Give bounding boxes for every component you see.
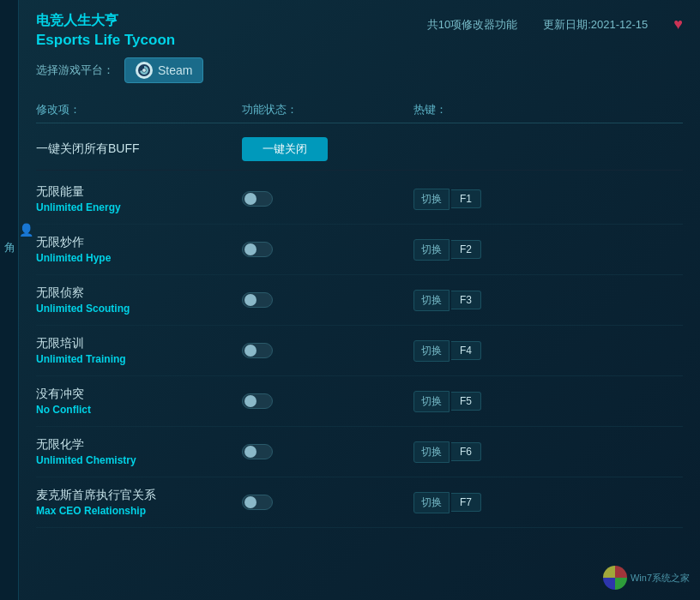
total-features: 共10项修改器功能 bbox=[427, 17, 517, 33]
toggle-wrapper bbox=[242, 242, 413, 257]
mod-name-block: 无限侦察 Unlimited Scouting bbox=[36, 285, 242, 315]
sidebar-icon: 👤 bbox=[20, 223, 33, 239]
hotkey-wrapper: 切换 F7 bbox=[413, 492, 683, 513]
toggle-switch[interactable] bbox=[242, 191, 273, 207]
toggle-wrapper bbox=[242, 191, 413, 207]
mod-row: 无限培训 Unlimited Training 切换 F4 bbox=[36, 326, 683, 376]
win7-logo: Win7系统之家 bbox=[603, 566, 690, 590]
mod-name-cn: 无限侦察 bbox=[36, 285, 242, 301]
hotkey-key[interactable]: F4 bbox=[451, 341, 481, 360]
hotkey-key[interactable]: F2 bbox=[451, 240, 481, 259]
main-container: 👤 角 色 电竞人生大亨 Esports Life Tycoon 共10项修改器… bbox=[0, 0, 700, 600]
hotkey-key[interactable]: F1 bbox=[451, 189, 481, 208]
col-header-3: 热键： bbox=[413, 102, 683, 117]
mod-name-cn: 麦克斯首席执行官关系 bbox=[36, 488, 242, 503]
mod-name-cn: 无限炒作 bbox=[36, 235, 242, 250]
hotkey-wrapper: 切换 F5 bbox=[413, 391, 683, 412]
hotkey-wrapper: 切换 F4 bbox=[413, 340, 683, 362]
toggle-knob bbox=[244, 395, 256, 407]
mod-name-en: Unlimited Hype bbox=[36, 252, 242, 264]
mod-name-block: 无限化学 Unlimited Chemistry bbox=[36, 437, 242, 466]
hotkey-wrapper: 切换 F6 bbox=[413, 441, 683, 463]
col-header-2: 功能状态： bbox=[242, 102, 413, 117]
mod-row: 没有冲突 No Conflict 切换 F5 bbox=[36, 376, 683, 427]
toggle-knob bbox=[244, 193, 256, 205]
hotkey-key[interactable]: F5 bbox=[451, 392, 481, 411]
hotkey-label: 切换 bbox=[413, 391, 450, 412]
hotkey-label: 切换 bbox=[413, 441, 450, 463]
hotkey-label: 切换 bbox=[413, 239, 450, 261]
sidebar-label: 👤 角 色 bbox=[0, 223, 33, 243]
toggle-wrapper bbox=[242, 444, 413, 459]
svg-point-1 bbox=[142, 69, 146, 72]
hotkey-wrapper: 切换 F2 bbox=[413, 239, 683, 261]
steam-label: Steam bbox=[158, 63, 192, 77]
toggle-knob bbox=[244, 294, 256, 306]
hotkey-label: 切换 bbox=[413, 340, 450, 362]
all-off-button[interactable]: 一键关闭 bbox=[242, 137, 328, 161]
mod-name-en: Max CEO Relationship bbox=[36, 505, 242, 517]
platform-label: 选择游戏平台： bbox=[36, 63, 114, 78]
toggle-knob bbox=[244, 496, 256, 508]
col-header-1: 修改项： bbox=[36, 102, 242, 117]
mod-name-block: 无限能量 Unlimited Energy bbox=[36, 184, 242, 213]
hotkey-key[interactable]: F6 bbox=[451, 442, 481, 461]
all-off-btn-wrapper: 一键关闭 bbox=[242, 137, 413, 161]
mod-row: 无限能量 Unlimited Energy 切换 F1 bbox=[36, 174, 683, 225]
hotkey-key[interactable]: F7 bbox=[451, 493, 481, 512]
title-cn: 电竞人生大亨 bbox=[36, 12, 175, 30]
mod-name-block: 无限培训 Unlimited Training bbox=[36, 336, 242, 365]
toggle-wrapper bbox=[242, 292, 413, 308]
mod-name-block: 没有冲突 No Conflict bbox=[36, 387, 242, 416]
toggle-knob bbox=[244, 446, 256, 458]
toggle-switch[interactable] bbox=[242, 343, 273, 358]
title-en: Esports Life Tycoon bbox=[36, 32, 175, 49]
toggle-switch[interactable] bbox=[242, 444, 273, 459]
header-meta: 共10项修改器功能 更新日期:2021-12-15 ♥ bbox=[427, 15, 683, 33]
content-area: 电竞人生大亨 Esports Life Tycoon 共10项修改器功能 更新日… bbox=[19, 0, 700, 600]
mod-name-block: 麦克斯首席执行官关系 Max CEO Relationship bbox=[36, 488, 242, 517]
toggle-switch[interactable] bbox=[242, 292, 273, 308]
toggle-wrapper bbox=[242, 343, 413, 358]
win7-text: Win7系统之家 bbox=[631, 572, 690, 585]
favorite-icon[interactable]: ♥ bbox=[673, 15, 683, 33]
steam-button[interactable]: Steam bbox=[124, 57, 203, 83]
all-off-label: 一键关闭所有BUFF bbox=[36, 141, 242, 157]
sidebar-text-1: 角 bbox=[3, 232, 18, 234]
toggle-switch[interactable] bbox=[242, 393, 273, 409]
hotkey-wrapper: 切换 F3 bbox=[413, 290, 683, 311]
mod-name-cn: 无限化学 bbox=[36, 437, 242, 453]
left-sidebar: 👤 角 色 bbox=[0, 0, 19, 600]
header: 电竞人生大亨 Esports Life Tycoon 共10项修改器功能 更新日… bbox=[36, 12, 683, 49]
toggle-wrapper bbox=[242, 393, 413, 409]
mod-name-block: 无限炒作 Unlimited Hype bbox=[36, 235, 242, 264]
sidebar-text-2: 色 bbox=[0, 232, 1, 234]
toggle-switch[interactable] bbox=[242, 495, 273, 510]
mod-row: 无限侦察 Unlimited Scouting 切换 F3 bbox=[36, 275, 683, 326]
toggle-knob bbox=[244, 345, 256, 357]
mod-row: 无限炒作 Unlimited Hype 切换 F2 bbox=[36, 225, 683, 275]
mod-row: 无限化学 Unlimited Chemistry 切换 F6 bbox=[36, 427, 683, 477]
mod-name-cn: 无限培训 bbox=[36, 336, 242, 351]
mod-name-en: Unlimited Scouting bbox=[36, 303, 242, 315]
mod-name-en: Unlimited Training bbox=[36, 353, 242, 365]
hotkey-wrapper: 切换 F1 bbox=[413, 189, 683, 210]
hotkey-label: 切换 bbox=[413, 492, 450, 513]
table-header: 修改项： 功能状态： 热键： bbox=[36, 97, 683, 123]
toggle-wrapper bbox=[242, 495, 413, 510]
mod-row: 麦克斯首席执行官关系 Max CEO Relationship 切换 F7 bbox=[36, 477, 683, 528]
hotkey-label: 切换 bbox=[413, 189, 450, 210]
mod-name-cn: 无限能量 bbox=[36, 184, 242, 200]
mod-name-en: Unlimited Energy bbox=[36, 201, 242, 213]
hotkey-key[interactable]: F3 bbox=[451, 291, 481, 309]
update-date: 更新日期:2021-12-15 bbox=[543, 17, 648, 33]
steam-icon bbox=[136, 62, 153, 79]
title-block: 电竞人生大亨 Esports Life Tycoon bbox=[36, 12, 175, 49]
platform-row: 选择游戏平台： Steam bbox=[36, 57, 683, 83]
toggle-knob bbox=[244, 243, 256, 255]
toggle-switch[interactable] bbox=[242, 242, 273, 257]
mod-name-en: No Conflict bbox=[36, 404, 242, 416]
hotkey-label: 切换 bbox=[413, 290, 450, 311]
mod-list: 无限能量 Unlimited Energy 切换 F1 无限炒作 Unlimit… bbox=[36, 174, 683, 528]
all-off-row: 一键关闭所有BUFF 一键关闭 bbox=[36, 129, 683, 171]
